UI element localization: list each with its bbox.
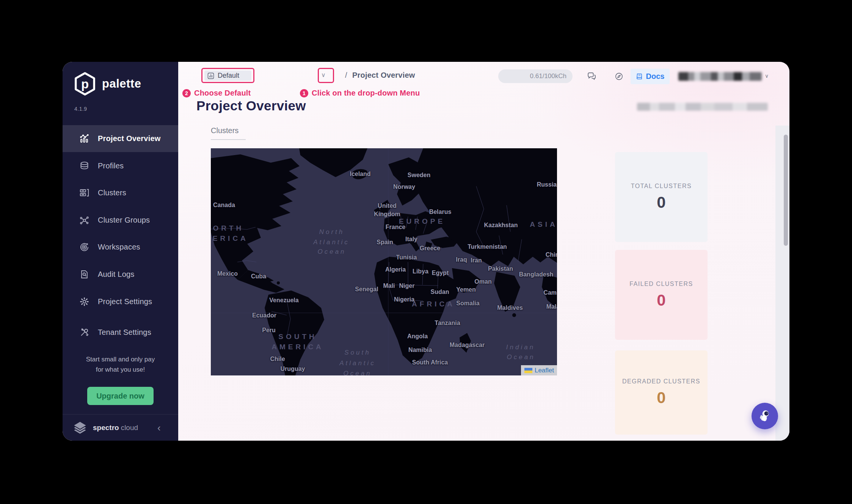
sidebar-item-label: Workspaces bbox=[98, 243, 140, 251]
sidebar-item-label: Cluster Groups bbox=[98, 216, 150, 225]
sidebar-item-profiles[interactable]: Profiles bbox=[63, 152, 178, 179]
astronaut-icon bbox=[758, 409, 771, 423]
gear-icon bbox=[79, 297, 89, 307]
user-account-blurred[interactable] bbox=[678, 72, 762, 81]
clusters-world-map[interactable]: IcelandSwedenNorwayRussiaCanadaUnitedKin… bbox=[211, 148, 557, 375]
app-version: 4.1.9 bbox=[74, 106, 87, 112]
stat-value: 0 bbox=[657, 291, 665, 309]
sidebar-item-cluster-groups[interactable]: Cluster Groups bbox=[63, 207, 178, 234]
brand-cloud: cloud bbox=[121, 424, 138, 432]
sidebar-collapse-icon[interactable]: ‹ bbox=[157, 423, 161, 433]
tools-icon bbox=[79, 327, 89, 338]
leaflet-link[interactable]: Leaflet bbox=[535, 367, 554, 374]
breadcrumb-separator: / bbox=[345, 71, 347, 80]
upgrade-now-button[interactable]: Upgrade now bbox=[87, 387, 154, 405]
total-clusters-card: TOTAL CLUSTERS 0 bbox=[615, 152, 708, 242]
orbit-icon bbox=[79, 242, 89, 252]
annotation-text-1: Click on the drop-down Menu bbox=[312, 89, 420, 97]
stat-label: TOTAL CLUSTERS bbox=[631, 183, 692, 190]
app-name: palette bbox=[102, 77, 141, 91]
stat-value: 0 bbox=[657, 389, 665, 407]
chart-icon bbox=[79, 133, 89, 144]
assistant-fab-button[interactable] bbox=[752, 403, 778, 429]
usage-meter: 0.61/100kCh bbox=[498, 69, 573, 83]
annotation-badge-1: 1 bbox=[300, 89, 308, 97]
stat-label: FAILED CLUSTERS bbox=[629, 281, 693, 287]
doc-search-icon bbox=[79, 269, 89, 279]
page-title: Project Overview bbox=[196, 98, 306, 113]
user-menu-chevron-icon[interactable]: ∨ bbox=[765, 73, 769, 79]
sidebar-item-tenant-settings[interactable]: Tenant Settings bbox=[63, 319, 178, 346]
stat-label: DEGRADED CLUSTERS bbox=[622, 378, 700, 385]
annotation-highlight-default bbox=[201, 68, 254, 83]
sidebar-item-audit-logs[interactable]: Audit Logs bbox=[63, 261, 178, 288]
docs-button[interactable]: Docs bbox=[631, 69, 670, 84]
sidebar-item-clusters[interactable]: Clusters bbox=[63, 179, 178, 206]
ukraine-flag-icon bbox=[524, 368, 532, 373]
annotation-step-2: 2 Choose Default bbox=[182, 89, 251, 97]
sidebar-item-project-overview[interactable]: Project Overview bbox=[63, 125, 178, 152]
breadcrumb: Project Overview bbox=[352, 71, 415, 80]
sidebar-item-project-settings[interactable]: Project Settings bbox=[63, 288, 178, 315]
palette-logo: p palette bbox=[73, 72, 141, 96]
sidebar-item-label: Project Settings bbox=[98, 297, 152, 306]
sidebar: p palette 4.1.9 Project Overview Profile… bbox=[63, 62, 178, 441]
stat-value: 0 bbox=[657, 193, 665, 212]
docs-label: Docs bbox=[646, 72, 665, 81]
palette-app-window: p palette 4.1.9 Project Overview Profile… bbox=[63, 62, 789, 441]
sidebar-footer: spectro cloud ‹ bbox=[63, 415, 178, 441]
palette-hexagon-logo-icon: p bbox=[73, 72, 97, 96]
sidebar-item-label: Clusters bbox=[98, 188, 126, 197]
sidebar-item-workspaces[interactable]: Workspaces bbox=[63, 234, 178, 261]
annotation-step-1: 1 Click on the drop-down Menu bbox=[300, 89, 420, 97]
header-info-blurred bbox=[637, 103, 768, 111]
servers-icon bbox=[79, 188, 89, 198]
sidebar-item-label: Project Overview bbox=[98, 134, 161, 143]
annotation-highlight-dropdown bbox=[318, 68, 334, 83]
chat-icon[interactable] bbox=[587, 72, 596, 81]
brand-spectro: spectro bbox=[93, 424, 119, 432]
scrollbar-thumb[interactable] bbox=[784, 135, 788, 246]
tab-clusters[interactable]: Clusters bbox=[211, 126, 238, 135]
usage-value: 0.61/100kCh bbox=[530, 72, 566, 80]
tab-indicator bbox=[211, 139, 246, 140]
network-icon bbox=[79, 215, 89, 225]
sidebar-item-label: Profiles bbox=[98, 162, 124, 170]
compass-icon[interactable] bbox=[615, 72, 623, 81]
layers-icon bbox=[79, 161, 89, 171]
degraded-clusters-card: DEGRADED CLUSTERS 0 bbox=[615, 350, 708, 435]
spectro-cloud-logo-icon bbox=[71, 420, 89, 436]
sidebar-item-label: Tenant Settings bbox=[98, 328, 151, 337]
book-icon bbox=[636, 73, 643, 80]
failed-clusters-card: FAILED CLUSTERS 0 bbox=[615, 250, 708, 340]
map-attribution: Leaflet bbox=[521, 365, 557, 375]
upgrade-promo-text: Start small and only pay for what you us… bbox=[63, 354, 178, 375]
svg-text:p: p bbox=[81, 77, 89, 91]
world-map-landmass bbox=[211, 148, 557, 375]
annotation-badge-2: 2 bbox=[182, 89, 191, 97]
annotation-text-2: Choose Default bbox=[194, 89, 251, 97]
sidebar-item-label: Audit Logs bbox=[98, 270, 135, 279]
